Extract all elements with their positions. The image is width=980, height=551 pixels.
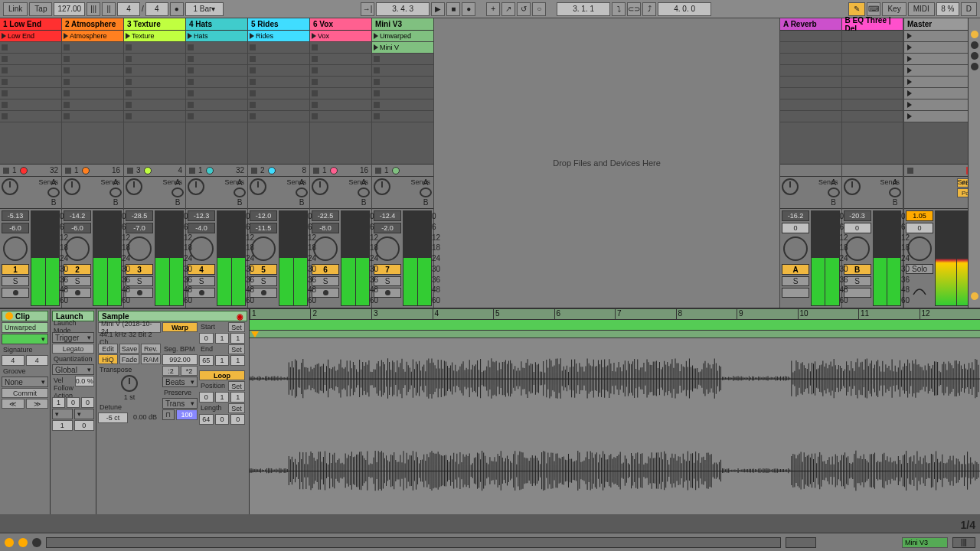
start-set[interactable]: Set [228, 322, 245, 332]
stop-icon[interactable] [188, 67, 194, 73]
loop-icon[interactable]: ⊂⊃ [627, 2, 641, 16]
clip-slot-empty[interactable] [124, 77, 185, 88]
stop-icon[interactable] [2, 79, 8, 85]
len-set[interactable]: Set [228, 403, 245, 413]
overview[interactable] [786, 537, 816, 548]
clip-name-field[interactable]: Unwarped [2, 322, 48, 333]
loop-length[interactable]: 4. 0. 0 [658, 2, 711, 16]
level-meter[interactable]: 0612182430364860 [155, 210, 184, 306]
edit-button[interactable]: Edit [98, 344, 118, 354]
clip-slot-empty[interactable] [0, 77, 61, 88]
stop-icon[interactable] [188, 113, 194, 119]
scene-play-icon[interactable] [907, 79, 912, 85]
stop-icon[interactable] [374, 79, 380, 85]
stop-icon[interactable] [312, 79, 318, 85]
clip-slot[interactable]: Rides [248, 31, 309, 42]
nudge-down-icon[interactable]: || [102, 2, 116, 16]
stop-icon[interactable] [2, 67, 8, 73]
send-a-knob[interactable] [358, 187, 370, 197]
stop-icon[interactable] [64, 67, 70, 73]
track-header[interactable]: 2 Atmosphere [62, 18, 123, 31]
scene-play-icon[interactable] [907, 44, 912, 51]
clip-slot-empty[interactable] [310, 99, 371, 111]
pan-knob[interactable] [374, 178, 390, 195]
stop-icon[interactable] [250, 113, 256, 119]
stop-icon[interactable] [2, 90, 8, 96]
scene-play-icon[interactable] [907, 102, 912, 108]
overdub-icon[interactable]: + [486, 2, 500, 16]
stop-icon[interactable] [126, 44, 132, 51]
io-dot[interactable] [392, 167, 400, 174]
pan-knob[interactable] [2, 178, 18, 195]
status-indicator-2[interactable] [18, 538, 28, 547]
drop-zone[interactable]: Drop Files and Devices Here [434, 18, 779, 308]
stop-icon[interactable] [250, 90, 256, 96]
clip-slot[interactable]: Low End [0, 31, 61, 42]
returns-toggle[interactable] [971, 52, 978, 60]
clip-slot-empty[interactable] [0, 65, 61, 77]
stop-icon[interactable] [374, 56, 380, 62]
scene-play-icon[interactable] [907, 33, 912, 39]
clip-slot-empty[interactable] [248, 54, 309, 65]
loop-button[interactable]: Loop [199, 370, 245, 380]
groove-select[interactable]: None▾ [2, 377, 48, 387]
clip-slot-empty[interactable] [0, 88, 61, 99]
send-a-knob[interactable] [420, 187, 432, 197]
clip-slot-empty[interactable] [372, 65, 433, 77]
stop-icon[interactable] [312, 67, 318, 73]
io-dot[interactable] [82, 167, 90, 174]
sends-toggle[interactable] [971, 41, 978, 49]
stop-icon[interactable] [64, 102, 70, 108]
stop-icon[interactable] [374, 90, 380, 96]
stop-icon[interactable] [250, 44, 256, 51]
volume-value[interactable]: -5.13 [2, 210, 29, 221]
stop-icon[interactable] [312, 113, 318, 119]
track-header[interactable]: 4 Hats [186, 18, 247, 31]
send-a-knob[interactable] [47, 187, 60, 197]
detune-field[interactable]: -5 ct [98, 412, 128, 423]
track-header[interactable]: Mini V3 [372, 18, 433, 31]
crossfade-toggle[interactable] [971, 292, 978, 300]
return-header[interactable]: A Reverb [780, 18, 841, 31]
punch-in-icon[interactable]: ⤵ [612, 2, 626, 16]
clip-slot[interactable]: Mini V [372, 42, 433, 54]
level-meter[interactable]: 0612182430364860 [31, 210, 60, 306]
send-a-knob[interactable] [296, 187, 308, 197]
io-dot[interactable] [330, 167, 338, 174]
level-meter[interactable]: 0612182430364860 [403, 210, 432, 306]
clip-slot-empty[interactable] [248, 88, 309, 99]
clip-slot-empty[interactable] [62, 111, 123, 122]
pan-knob[interactable] [782, 178, 799, 195]
clip-slot-empty[interactable] [124, 88, 185, 99]
stop-icon[interactable] [250, 102, 256, 108]
clip-slot-empty[interactable] [0, 111, 61, 122]
sig-a[interactable]: 4 [2, 355, 24, 366]
sig-b[interactable]: 4 [26, 355, 49, 366]
stop-button[interactable] [3, 168, 9, 174]
clip-slot-empty[interactable] [310, 42, 371, 54]
stop-icon[interactable] [188, 44, 194, 51]
stop-icon[interactable] [126, 67, 132, 73]
mixer-toggle[interactable] [971, 63, 978, 70]
status-indicator-1[interactable] [5, 538, 14, 547]
prev-clip[interactable]: ≪ [2, 399, 24, 409]
scene-play-icon[interactable] [907, 56, 912, 62]
stop-icon[interactable] [64, 44, 70, 51]
stop-icon[interactable] [312, 102, 318, 108]
punch-out-icon[interactable]: ⤴ [642, 2, 656, 16]
stop-button[interactable] [313, 168, 319, 174]
send-value[interactable]: -6.0 [2, 223, 29, 233]
play-icon[interactable] [188, 33, 192, 39]
play-icon[interactable]: ▶ [431, 2, 445, 16]
launch-mode[interactable]: Trigger▾ [52, 332, 94, 343]
clip-slot-empty[interactable] [372, 88, 433, 99]
automation-icon[interactable]: ↗ [501, 2, 515, 16]
preserve-select[interactable]: Trans▾ [162, 398, 198, 409]
arm-button[interactable] [2, 288, 29, 298]
return-header[interactable]: B EQ Three | Del [842, 18, 903, 31]
stop-icon[interactable] [374, 113, 380, 119]
clip-slot-empty[interactable] [62, 88, 123, 99]
stop-icon[interactable] [64, 113, 70, 119]
fade-button[interactable]: Fade [119, 354, 139, 364]
clip-slot-empty[interactable] [186, 42, 247, 54]
